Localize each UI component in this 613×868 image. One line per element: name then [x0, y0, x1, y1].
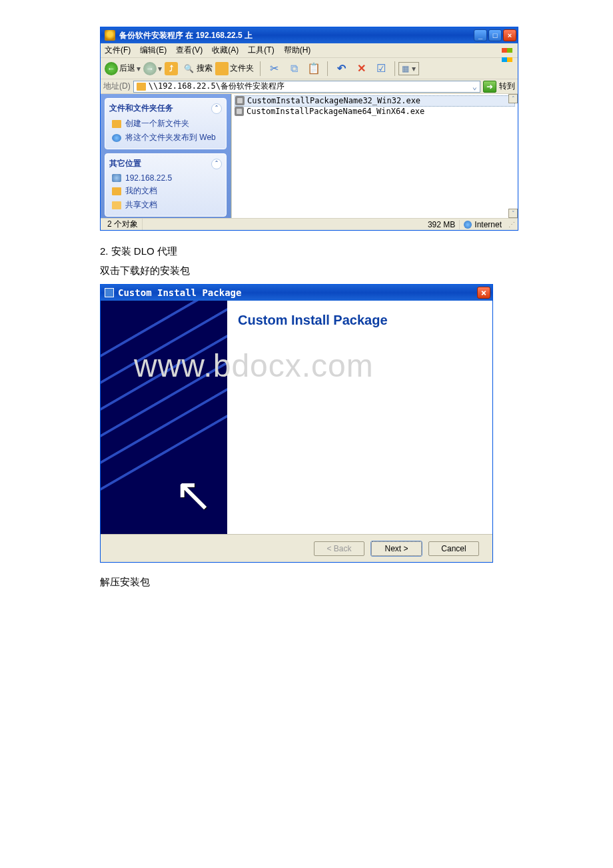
address-dropdown-icon[interactable]: ⌄: [472, 82, 477, 91]
paste-icon[interactable]: 📋: [306, 61, 321, 76]
forward-arrow-icon: →: [143, 62, 157, 75]
exe-icon: [235, 96, 245, 105]
search-label: 搜索: [197, 63, 213, 74]
folders-button[interactable]: 文件夹: [215, 62, 254, 75]
undo-icon[interactable]: ↶: [334, 61, 348, 76]
copy-icon[interactable]: ⧉: [287, 61, 301, 76]
file-item-selected[interactable]: CustomInstallPackageName32_Win32.exe: [235, 95, 515, 107]
next-button[interactable]: Next >: [371, 541, 422, 556]
menu-view[interactable]: 查看(V): [176, 45, 203, 56]
back-button: < Back: [314, 541, 364, 556]
mydocs-icon: [112, 187, 121, 195]
explorer-window: 备份软件安装程序 在 192.168.22.5 上 _ □ × 文件(F) 编辑…: [100, 27, 518, 231]
windows-flag-icon: [502, 45, 515, 56]
installer-main-pane: Custom Install Package www.bdocx.com: [227, 301, 492, 534]
task-publish-label: 将这个文件夹发布到 Web: [125, 132, 216, 143]
loc-mydocs[interactable]: 我的文档: [109, 184, 222, 198]
task-new-folder[interactable]: 创建一个新文件夹: [109, 117, 222, 131]
loc-ip[interactable]: 192.168.22.5: [109, 172, 222, 184]
back-label: 后退: [119, 63, 135, 74]
installer-title: Custom Install Package: [118, 287, 241, 298]
internet-zone-icon: [464, 221, 472, 229]
installer-close-button[interactable]: ×: [477, 287, 490, 299]
globe-icon: [112, 134, 121, 142]
status-zone-label: Internet: [474, 220, 502, 229]
back-button[interactable]: ← 后退 ▾: [105, 62, 141, 75]
status-size: 392 MB: [424, 220, 460, 229]
status-bar: 2 个对象 392 MB Internet ⋰: [101, 218, 518, 230]
views-chevron-icon: ▾: [412, 64, 416, 73]
tasks-panel: 文件和文件夹任务 ˆ 创建一个新文件夹 将这个文件夹发布到 Web: [105, 98, 227, 149]
tasks-collapse-icon[interactable]: ˆ: [211, 103, 222, 114]
toolbar: ← 后退 ▾ → ▾ ⤴ 🔍 搜索 文件夹 ✂ ⧉ 📋 ↶ ✕ ☑ ▦ ▾: [101, 58, 518, 79]
loc-shareddocs[interactable]: 共享文档: [109, 198, 222, 212]
views-dropdown[interactable]: ▦ ▾: [398, 62, 419, 75]
exe-icon: [235, 107, 244, 116]
folders-icon: [215, 62, 229, 75]
file-name-2: CustomInstallPackageName64_WinX64.exe: [247, 107, 424, 116]
explorer-side-pane: 文件和文件夹任务 ˆ 创建一个新文件夹 将这个文件夹发布到 Web 其它位置 ˆ: [101, 94, 231, 218]
close-button[interactable]: ×: [503, 29, 516, 41]
window-title: 备份软件安装程序 在 192.168.22.5 上: [119, 30, 253, 41]
delete-icon[interactable]: ✕: [354, 61, 368, 76]
menu-edit[interactable]: 编辑(E): [140, 45, 167, 56]
bullet-1: 双击下载好的安装包: [100, 265, 513, 277]
menu-help[interactable]: 帮助(H): [284, 45, 311, 56]
search-icon: 🔍: [182, 62, 195, 75]
task-new-folder-label: 创建一个新文件夹: [125, 118, 189, 129]
status-zone: Internet: [460, 220, 506, 229]
scroll-down-button[interactable]: ˅: [508, 209, 518, 218]
back-arrow-icon: ←: [105, 62, 118, 75]
folders-label: 文件夹: [230, 63, 254, 74]
installer-title-icon: [105, 288, 114, 297]
toolbar-separator: [260, 61, 261, 76]
address-folder-icon: [137, 83, 146, 91]
up-button[interactable]: ⤴: [165, 62, 179, 75]
bullet-2: 解压安装包: [100, 576, 513, 589]
installer-banner: ↖: [101, 301, 227, 534]
maximize-button[interactable]: □: [488, 29, 502, 41]
address-bar: 地址(D) \\192.168.22.5\备份软件安装程序 ⌄ ➜ 转到: [101, 79, 518, 94]
address-input[interactable]: \\192.168.22.5\备份软件安装程序 ⌄: [133, 81, 480, 93]
installer-dialog: Custom Install Package × ↖ Custom Instal…: [100, 284, 493, 563]
go-label: 转到: [499, 81, 515, 92]
properties-icon[interactable]: ☑: [374, 61, 388, 76]
folder-up-icon: ⤴: [165, 62, 178, 75]
toolbar-separator-2: [327, 61, 328, 76]
installer-heading: Custom Install Package: [238, 313, 482, 328]
menu-file[interactable]: 文件(F): [105, 45, 131, 56]
toolbar-separator-3: [394, 61, 395, 76]
cancel-button[interactable]: Cancel: [428, 541, 479, 556]
folder-network-icon: [105, 30, 115, 41]
menu-bar: 文件(F) 编辑(E) 查看(V) 收藏(A) 工具(T) 帮助(H): [101, 43, 518, 58]
resize-grip-icon[interactable]: ⋰: [508, 221, 515, 228]
installer-button-row: < Back Next > Cancel: [101, 534, 492, 562]
shared-docs-icon: [112, 201, 121, 209]
fwd-dropdown-icon[interactable]: ▾: [158, 64, 162, 73]
file-item[interactable]: CustomInstallPackageName64_WinX64.exe: [235, 107, 515, 117]
other-collapse-icon[interactable]: ˆ: [211, 159, 222, 169]
step-heading: 2. 安装 DLO 代理: [100, 245, 513, 258]
loc-ip-label: 192.168.22.5: [125, 173, 172, 183]
back-dropdown-icon[interactable]: ▾: [137, 64, 141, 73]
menu-favorites[interactable]: 收藏(A): [212, 45, 239, 56]
go-button[interactable]: ➜: [483, 81, 496, 93]
task-publish-web[interactable]: 将这个文件夹发布到 Web: [109, 131, 222, 145]
file-name-1: CustomInstallPackageName32_Win32.exe: [247, 96, 420, 105]
tasks-title: 文件和文件夹任务: [109, 103, 173, 114]
menu-tools[interactable]: 工具(T): [248, 45, 274, 56]
loc-shareddocs-label: 共享文档: [125, 199, 157, 211]
cut-icon[interactable]: ✂: [267, 61, 281, 76]
network-place-icon: [112, 174, 121, 182]
search-button[interactable]: 🔍 搜索: [182, 62, 213, 75]
file-list: ˄ CustomInstallPackageName32_Win32.exe C…: [231, 94, 518, 218]
forward-button[interactable]: → ▾: [143, 62, 162, 75]
scroll-up-button[interactable]: ˄: [508, 94, 518, 103]
cursor-icon: ↖: [174, 467, 213, 522]
status-objects: 2 个对象: [103, 219, 143, 230]
installer-titlebar: Custom Install Package ×: [101, 285, 492, 301]
other-places-panel: 其它位置 ˆ 192.168.22.5 我的文档 共享文档: [105, 153, 227, 217]
explorer-titlebar: 备份软件安装程序 在 192.168.22.5 上 _ □ ×: [101, 27, 518, 43]
loc-mydocs-label: 我的文档: [125, 185, 157, 197]
minimize-button[interactable]: _: [474, 29, 487, 41]
